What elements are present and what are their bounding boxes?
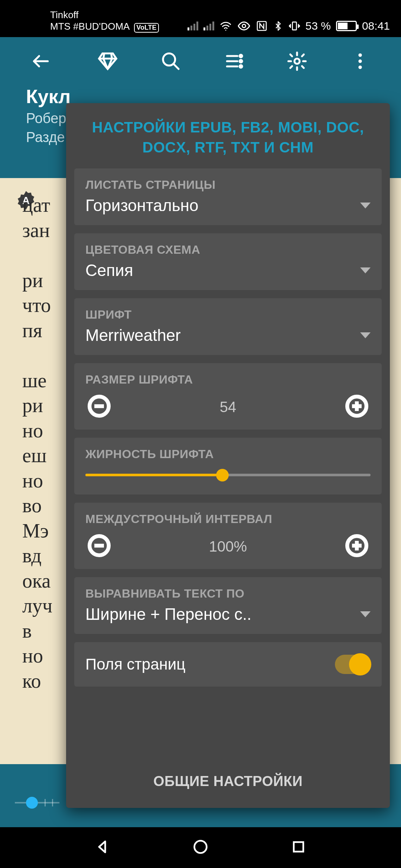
text-align-value: Ширине + Перенос с..	[85, 605, 251, 624]
paging-select[interactable]: ЛИСТАТЬ СТРАНИЦЫ Горизонтально	[74, 168, 382, 225]
svg-point-8	[358, 53, 362, 57]
nav-back-icon[interactable]	[94, 839, 111, 857]
line-spacing-value: 100%	[209, 538, 247, 555]
svg-point-10	[358, 66, 362, 69]
back-button[interactable]	[22, 43, 59, 80]
nav-home-icon[interactable]	[192, 839, 209, 857]
svg-rect-13	[294, 842, 303, 852]
line-spacing-increase-button[interactable]	[345, 534, 368, 559]
toolbar	[0, 37, 401, 85]
chevron-down-icon	[360, 203, 371, 208]
color-label: ЦВЕТОВАЯ СХЕМА	[85, 243, 371, 257]
eye-icon	[237, 19, 251, 33]
nfc-icon	[256, 20, 268, 32]
svg-rect-2	[292, 22, 296, 30]
battery-icon	[336, 21, 357, 31]
svg-point-7	[294, 59, 300, 64]
dialog-title: НАСТРОЙКИ EPUB, FB2, MOBI, DOC, DOCX, RT…	[66, 103, 390, 168]
page-margins-label: Поля страниц	[85, 655, 185, 673]
chevron-down-icon	[360, 611, 371, 617]
dialog-footer: ОБЩИЕ НАСТРОЙКИ	[66, 757, 390, 808]
toc-button[interactable]	[215, 43, 252, 80]
progress-thumb[interactable]	[26, 797, 38, 809]
svg-point-9	[358, 59, 362, 63]
vibrate-icon	[288, 20, 300, 32]
bluetooth-icon	[273, 21, 283, 31]
page-margins-toggle[interactable]	[335, 655, 371, 674]
status-bar: Tinkoff MTS #BUD'DOMA VoLTE 53 % 08:41	[0, 0, 401, 37]
status-icons: 53 % 08:41	[188, 19, 390, 33]
reader-settings-dialog: НАСТРОЙКИ EPUB, FB2, MOBI, DOC, DOCX, RT…	[66, 103, 390, 808]
svg-point-5	[239, 60, 242, 63]
search-button[interactable]	[152, 43, 189, 80]
svg-point-12	[195, 841, 207, 853]
progress-tick	[45, 799, 46, 806]
font-weight-slider-section: ЖИРНОСТЬ ШРИФТА	[74, 438, 382, 494]
paging-value: Горизонтально	[85, 196, 198, 215]
font-weight-label: ЖИРНОСТЬ ШРИФТА	[85, 447, 371, 461]
wifi-icon	[219, 20, 232, 32]
battery-percent: 53 %	[306, 20, 331, 32]
svg-point-0	[242, 24, 245, 28]
font-size-decrease-button[interactable]	[88, 395, 111, 419]
status-carriers: Tinkoff MTS #BUD'DOMA VoLTE	[50, 9, 159, 33]
paging-label: ЛИСТАТЬ СТРАНИЦЫ	[85, 178, 371, 192]
general-settings-button[interactable]: ОБЩИЕ НАСТРОЙКИ	[153, 773, 303, 789]
carrier-2: MTS #BUD'DOMA VoLTE	[50, 21, 159, 33]
progress-tick	[52, 799, 53, 806]
chevron-down-icon	[360, 332, 371, 338]
font-size-stepper: РАЗМЕР ШРИФТА 54	[74, 363, 382, 430]
page-margins-toggle-row: Поля страниц	[74, 642, 382, 687]
settings-button[interactable]	[278, 43, 316, 80]
nav-recents-icon[interactable]	[290, 839, 307, 857]
android-navbar	[0, 827, 401, 868]
line-spacing-label: МЕЖДУСТРОЧНЫЙ ИНТЕРВАЛ	[85, 512, 371, 526]
font-size-label: РАЗМЕР ШРИФТА	[85, 373, 371, 387]
diamond-icon[interactable]	[89, 43, 126, 80]
signal-1-icon	[188, 22, 198, 30]
svg-point-4	[239, 55, 242, 57]
text-align-label: ВЫРАВНИВАТЬ ТЕКСТ ПО	[85, 587, 371, 601]
svg-point-6	[239, 65, 242, 68]
font-size-value: 54	[220, 399, 237, 415]
font-weight-slider[interactable]	[85, 466, 371, 484]
signal-2-icon	[203, 22, 214, 30]
text-align-select[interactable]: ВЫРАВНИВАТЬ ТЕКСТ ПО Ширине + Перенос с.…	[74, 577, 382, 634]
clock: 08:41	[362, 20, 390, 32]
volte-badge: VoLTE	[134, 23, 159, 33]
font-value: Merriweather	[85, 326, 181, 345]
font-label: ШРИФТ	[85, 308, 371, 322]
font-select[interactable]: ШРИФТ Merriweather	[74, 298, 382, 355]
carrier-1: Tinkoff	[50, 9, 159, 21]
chevron-down-icon	[360, 267, 371, 273]
font-size-increase-button[interactable]	[345, 395, 368, 419]
color-scheme-select[interactable]: ЦВЕТОВАЯ СХЕМА Сепия	[74, 233, 382, 290]
color-value: Сепия	[85, 261, 133, 280]
overflow-button[interactable]	[342, 43, 379, 80]
line-spacing-stepper: МЕЖДУСТРОЧНЫЙ ИНТЕРВАЛ 100%	[74, 503, 382, 569]
line-spacing-decrease-button[interactable]	[88, 534, 111, 559]
